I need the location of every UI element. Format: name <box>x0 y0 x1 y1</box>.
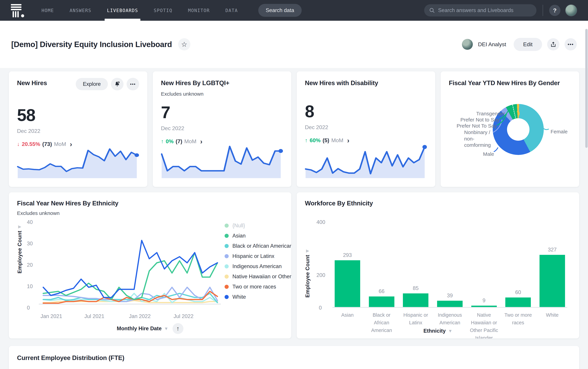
nav-item-answers[interactable]: ANSWERS <box>70 0 91 21</box>
bar[interactable] <box>471 306 497 307</box>
more-options-button[interactable]: ••• <box>565 38 577 50</box>
chart-title: Fiscal Year YTD New Hires By Gender <box>449 80 571 87</box>
edit-button[interactable]: Edit <box>514 38 542 51</box>
y-tick: 10 <box>27 283 33 289</box>
donut-label-prefer-not-to-say: Prefer Not to Say <box>460 117 500 123</box>
bar-value-label: 66 <box>367 288 397 294</box>
kpi-value: 7 <box>161 103 283 122</box>
bar-value-label: 9 <box>469 298 499 304</box>
bar-value-label: 60 <box>503 289 533 295</box>
bar[interactable] <box>403 293 428 307</box>
legend-item[interactable]: Black or African American <box>225 243 291 249</box>
legend-item[interactable]: Two or more races <box>225 284 291 290</box>
legend-label: Two or more races <box>232 284 276 290</box>
legend-dot-icon <box>225 275 229 279</box>
owner-name: DEI Analyst <box>478 41 506 48</box>
nav-item-liveboards[interactable]: LIVEBOARDS <box>107 0 138 21</box>
legend-item[interactable]: Indigenous American <box>225 263 291 269</box>
share-button[interactable] <box>547 38 559 50</box>
sort-direction-button[interactable]: ↑ <box>173 323 183 334</box>
nav-item-monitor[interactable]: MONITOR <box>188 0 210 21</box>
bar[interactable] <box>335 260 360 307</box>
kpi-sparkline-chart[interactable] <box>17 147 139 179</box>
legend-item[interactable]: Hispanic or Latinx <box>225 253 291 259</box>
tile-more-button[interactable]: ••• <box>126 78 139 90</box>
thoughtspot-logo-icon[interactable] <box>11 4 23 17</box>
change-abs: (7) <box>176 138 182 145</box>
user-avatar[interactable] <box>565 4 577 16</box>
bar-slot: 66 <box>367 243 397 307</box>
donut-label-female: Female <box>551 129 567 135</box>
x-tick: Jan 2021 <box>41 313 62 319</box>
page-scrollbar[interactable] <box>585 29 588 148</box>
search-data-button[interactable]: Search data <box>258 4 302 17</box>
bar-slot: 39 <box>435 243 465 307</box>
bar-category-label: Two or more races <box>503 311 533 339</box>
y-axis-label: ▶ Employee Count <box>304 248 311 298</box>
page-title: [Demo] Diversity Equity Inclusion Livebo… <box>11 40 172 49</box>
bell-plus-icon <box>114 81 120 87</box>
global-search[interactable] <box>424 4 536 17</box>
kpi-sparkline-chart[interactable] <box>161 145 283 179</box>
y-tick: 0 <box>27 305 30 311</box>
chart-legend: {Null}AsianBlack or African AmericanHisp… <box>225 223 291 300</box>
legend-dot-icon <box>225 234 229 238</box>
kpi-value: 58 <box>17 105 139 125</box>
kpi-subtitle: Excludes unknown <box>161 91 283 97</box>
liveboard-header: [Demo] Diversity Equity Inclusion Livebo… <box>0 21 588 68</box>
change-chevron-icon[interactable]: › <box>70 141 72 147</box>
legend-item[interactable]: White <box>225 294 291 300</box>
legend-item[interactable]: {Null} <box>225 223 291 229</box>
search-input[interactable] <box>438 7 532 13</box>
change-suffix: MoM <box>54 141 66 147</box>
bar-value-label: 85 <box>401 285 430 291</box>
legend-dot-icon <box>225 244 229 248</box>
alert-button[interactable] <box>111 78 124 90</box>
kpi-card-new-hires: New Hires Explore ••• 58 Dec 2022 ↓ 20.5… <box>9 71 147 187</box>
workforce-bar-chart[interactable]: 293668539960327 <box>332 243 567 308</box>
change-pct: 60% <box>310 137 321 144</box>
help-button[interactable]: ? <box>549 5 560 16</box>
change-chevron-icon[interactable]: › <box>347 138 349 143</box>
change-chevron-icon[interactable]: › <box>200 139 202 144</box>
nav-item-home[interactable]: HOME <box>42 0 54 21</box>
sort-arrow-icon[interactable]: ▶ <box>18 224 21 229</box>
bar[interactable] <box>539 255 565 307</box>
legend-label: Hispanic or Latinx <box>232 253 274 259</box>
employee-distribution-card: Current Employee Distribution (FTE) <box>9 346 579 369</box>
bar-value-label: 327 <box>537 247 567 253</box>
bar-slot: 85 <box>401 243 430 307</box>
legend-item[interactable]: Asian <box>225 233 291 239</box>
legend-label: Black or African American <box>232 243 291 249</box>
ethnicity-line-chart[interactable] <box>39 218 221 309</box>
bar-value-label: 39 <box>435 293 465 299</box>
x-axis-label: Monthly Hire Date <box>117 326 162 332</box>
sort-arrow-icon[interactable]: ▶ <box>306 248 309 253</box>
legend-dot-icon <box>225 254 229 258</box>
change-arrow-icon: ↑ <box>161 138 164 145</box>
change-abs: (5) <box>323 137 329 144</box>
y-tick: 400 <box>316 219 325 225</box>
chart-title: Workforce By Ethnicity <box>305 200 571 207</box>
nav-item-spotiq[interactable]: SPOTIQ <box>154 0 172 21</box>
change-abs: (73) <box>42 141 52 147</box>
bar[interactable] <box>437 301 462 307</box>
donut-dashed-divider <box>512 104 519 130</box>
gender-donut-card: Fiscal Year YTD New Hires By Gender Tran… <box>441 71 579 187</box>
legend-label: Asian <box>232 233 246 239</box>
favorite-star-button[interactable]: ☆ <box>178 38 190 50</box>
x-axis-label: Ethnicity <box>423 328 446 334</box>
kpi-sparkline-chart[interactable] <box>305 144 427 179</box>
bar-category-label: Indigenous American <box>435 311 465 339</box>
explore-button[interactable]: Explore <box>76 78 108 90</box>
chevron-down-icon[interactable]: ▼ <box>164 326 168 331</box>
legend-item[interactable]: Native Hawaiian or Other <box>225 274 291 280</box>
nav-item-data[interactable]: DATA <box>225 0 238 21</box>
kpi-card-lgbtqi: New Hires By LGBTQI+ Excludes unknown 7 … <box>153 71 291 187</box>
bar[interactable] <box>505 298 531 307</box>
nav-menu: HOME ANSWERS LIVEBOARDS SPOTIQ MONITOR D… <box>42 0 238 21</box>
star-icon: ☆ <box>181 40 187 48</box>
x-tick: Jul 2022 <box>174 313 193 319</box>
chevron-down-icon[interactable]: ▼ <box>448 329 452 334</box>
bar[interactable] <box>369 297 394 307</box>
